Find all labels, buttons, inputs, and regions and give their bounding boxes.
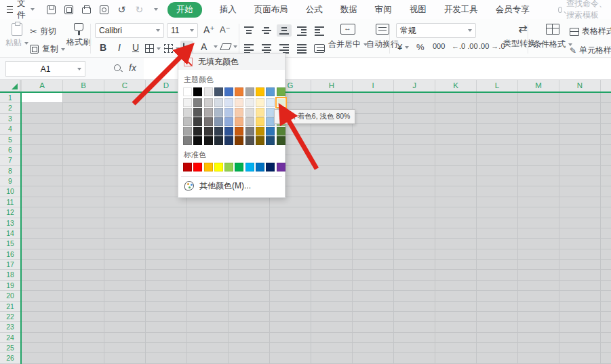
row-header-5[interactable]: 5 bbox=[0, 135, 20, 145]
tint-swatch-r0-3[interactable] bbox=[214, 98, 223, 107]
column-header-B[interactable]: B bbox=[63, 80, 104, 92]
theme-swatch-5[interactable] bbox=[235, 87, 243, 96]
tint-swatch-r1-1[interactable] bbox=[193, 108, 202, 117]
tint-swatch-r1-4[interactable] bbox=[224, 108, 233, 117]
tint-swatch-r2-3[interactable] bbox=[214, 117, 223, 126]
bold-button[interactable]: B bbox=[96, 42, 110, 53]
more-colors-option[interactable]: 其他颜色(M)... bbox=[178, 177, 285, 195]
clear-format-button[interactable] bbox=[221, 43, 237, 50]
tint-swatch-r4-4[interactable] bbox=[224, 136, 233, 145]
row-header-26[interactable]: 26 bbox=[0, 353, 20, 363]
column-header-J[interactable]: J bbox=[394, 80, 435, 92]
search-box[interactable]: 查找命令、搜索模板 bbox=[558, 0, 611, 21]
wrap-text-button[interactable]: 自动换行 bbox=[366, 24, 399, 50]
standard-swatch-3[interactable] bbox=[214, 163, 223, 171]
tab-数据[interactable]: 数据 bbox=[340, 4, 357, 16]
tint-swatch-r3-0[interactable] bbox=[183, 127, 192, 136]
tint-swatch-r0-4[interactable] bbox=[224, 98, 233, 107]
table-style-button[interactable]: 表格样式 bbox=[570, 26, 611, 37]
quick-access-chevron-icon[interactable] bbox=[154, 8, 158, 11]
theme-swatch-2[interactable] bbox=[204, 87, 213, 96]
active-cell-A1[interactable] bbox=[22, 93, 62, 102]
tint-swatch-r0-7[interactable] bbox=[256, 98, 264, 107]
save-button[interactable] bbox=[45, 4, 57, 15]
theme-swatch-7[interactable] bbox=[256, 87, 264, 96]
zoom-formula-icon[interactable] bbox=[114, 64, 121, 71]
decrease-indent-button[interactable] bbox=[294, 24, 309, 37]
theme-swatch-8[interactable] bbox=[266, 87, 275, 96]
tint-swatch-r0-8[interactable] bbox=[266, 98, 275, 107]
tint-swatch-r0-5[interactable] bbox=[235, 98, 243, 107]
font-name-combo[interactable]: Calibri bbox=[95, 23, 164, 38]
font-color-button[interactable]: A bbox=[201, 41, 218, 52]
column-header-N[interactable]: N bbox=[559, 80, 601, 92]
tint-swatch-r4-5[interactable] bbox=[235, 136, 243, 145]
row-header-19[interactable]: 19 bbox=[0, 281, 20, 291]
tint-swatch-r3-8[interactable] bbox=[266, 127, 275, 136]
standard-swatch-5[interactable] bbox=[235, 163, 243, 171]
row-header-25[interactable]: 25 bbox=[0, 343, 20, 353]
tab-公式[interactable]: 公式 bbox=[306, 4, 323, 16]
increase-indent-button[interactable] bbox=[312, 24, 327, 37]
tint-swatch-r4-2[interactable] bbox=[204, 136, 213, 145]
row-header-24[interactable]: 24 bbox=[0, 333, 20, 343]
row-header-3[interactable]: 3 bbox=[0, 114, 20, 124]
file-menu[interactable]: 文件 bbox=[17, 0, 28, 21]
underline-button[interactable]: U bbox=[129, 42, 142, 53]
hamburger-menu-icon[interactable] bbox=[7, 6, 13, 13]
tint-swatch-r2-0[interactable] bbox=[183, 117, 192, 126]
row-header-17[interactable]: 17 bbox=[0, 260, 20, 270]
standard-swatch-7[interactable] bbox=[256, 163, 264, 171]
row-header-6[interactable]: 6 bbox=[0, 145, 20, 155]
standard-swatch-9[interactable] bbox=[277, 163, 285, 171]
font-size-combo[interactable]: 11 bbox=[167, 23, 198, 38]
insert-function-button[interactable]: fx bbox=[129, 62, 136, 73]
tint-swatch-r2-7[interactable] bbox=[256, 117, 264, 126]
hovered-swatch-light-green[interactable] bbox=[277, 98, 285, 107]
tint-swatch-r2-2[interactable] bbox=[204, 117, 213, 126]
output-button[interactable] bbox=[63, 4, 75, 15]
tint-swatch-r3-7[interactable] bbox=[256, 127, 264, 136]
tint-swatch-r1-6[interactable] bbox=[245, 108, 254, 117]
row-header-14[interactable]: 14 bbox=[0, 228, 20, 239]
standard-swatch-2[interactable] bbox=[204, 163, 213, 171]
tint-swatch-r3-2[interactable] bbox=[204, 127, 213, 136]
tint-swatch-r3-4[interactable] bbox=[224, 127, 233, 136]
standard-swatch-4[interactable] bbox=[224, 163, 233, 171]
draw-border-button[interactable] bbox=[164, 44, 180, 53]
tint-swatch-r0-0[interactable] bbox=[183, 98, 192, 107]
currency-button[interactable]: ¥ bbox=[397, 42, 409, 52]
borders-button[interactable] bbox=[145, 44, 161, 53]
decrease-decimal-button[interactable]: .00 →.0 bbox=[479, 42, 505, 50]
theme-swatch-4[interactable] bbox=[224, 87, 233, 96]
tab-开始[interactable]: 开始 bbox=[167, 2, 202, 18]
tint-swatch-r3-5[interactable] bbox=[235, 127, 243, 136]
row-header-8[interactable]: 8 bbox=[0, 166, 20, 176]
tint-swatch-r0-2[interactable] bbox=[204, 98, 213, 107]
row-header-23[interactable]: 23 bbox=[0, 322, 20, 332]
theme-swatch-1[interactable] bbox=[193, 87, 202, 96]
redo-button[interactable]: ↻ bbox=[134, 4, 145, 15]
name-box-chevron-icon[interactable] bbox=[77, 68, 81, 70]
column-header-M[interactable]: M bbox=[518, 80, 559, 92]
tab-页面布局[interactable]: 页面布局 bbox=[254, 4, 288, 16]
tint-swatch-r4-6[interactable] bbox=[245, 136, 254, 145]
increase-font-button[interactable]: A⁺ bbox=[203, 24, 215, 35]
tint-swatch-r4-3[interactable] bbox=[214, 136, 223, 145]
paste-button[interactable]: 粘贴 bbox=[5, 23, 28, 49]
row-header-12[interactable]: 12 bbox=[0, 207, 20, 218]
column-header-O[interactable]: O bbox=[601, 80, 611, 92]
tint-swatch-r1-7[interactable] bbox=[256, 108, 264, 117]
percent-button[interactable]: % bbox=[416, 42, 425, 52]
tint-swatch-r3-9[interactable] bbox=[277, 127, 285, 136]
tint-swatch-r3-6[interactable] bbox=[245, 127, 254, 136]
cell-style-button[interactable]: ✎ 单元格样式 bbox=[570, 45, 611, 56]
increase-decimal-button[interactable]: ←.0 .00 bbox=[452, 42, 478, 50]
tab-插入[interactable]: 插入 bbox=[220, 4, 237, 16]
column-header-C[interactable]: C bbox=[104, 80, 146, 92]
tint-swatch-r1-0[interactable] bbox=[183, 108, 192, 117]
text-orientation-button[interactable] bbox=[312, 42, 327, 54]
tint-swatch-r1-3[interactable] bbox=[214, 108, 223, 117]
decrease-font-button[interactable]: A⁻ bbox=[220, 24, 231, 35]
print-button[interactable] bbox=[81, 4, 92, 15]
